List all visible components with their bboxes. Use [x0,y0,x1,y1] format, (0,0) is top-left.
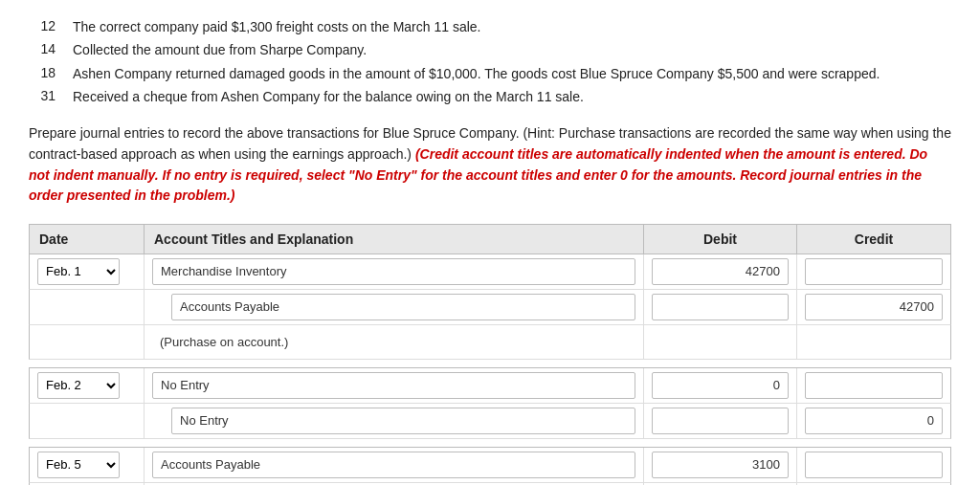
debit-cell-note-1 [644,325,797,359]
journal-row-feb5-1: Feb. 1 Feb. 2 Feb. 5 Feb. 11 Feb. 12 Feb… [29,447,951,483]
journal-row-feb2-2 [29,404,951,439]
journal-table: Date Account Titles and Explanation Debi… [29,224,951,485]
journal-row-feb2-1: Feb. 1 Feb. 2 Feb. 5 Feb. 11 Feb. 12 Feb… [29,367,951,404]
credit-cell-feb2-2 [797,404,950,438]
page: 12 The correct company paid $1,300 freig… [0,0,980,485]
account-cell-noentry-1 [145,368,644,403]
account-cell-ap [145,290,644,324]
transaction-text-14: Collected the amount due from Sharpe Com… [73,40,367,59]
credit-input-feb5-1[interactable] [805,452,943,478]
account-cell-merch-inv [145,254,644,289]
debit-input-feb2-2[interactable] [652,408,789,434]
journal-table-header: Date Account Titles and Explanation Debi… [29,224,951,254]
date-select-feb5[interactable]: Feb. 1 Feb. 2 Feb. 5 Feb. 11 Feb. 12 Feb… [37,452,120,478]
account-input-ap-1[interactable] [171,294,635,320]
debit-input-feb2-1[interactable] [652,372,789,399]
account-cell-noentry-2 [145,404,644,438]
credit-cell-feb1-1 [797,254,950,289]
date-cell-feb1-note [30,325,145,359]
transaction-item-14: 14 Collected the amount due from Sharpe … [29,40,951,59]
transaction-num-18: 18 [29,64,56,80]
transaction-text-12: The correct company paid $1,300 freight … [73,17,480,36]
credit-input-feb1-2[interactable] [805,294,943,320]
account-input-noentry-1[interactable] [152,372,635,399]
journal-row-feb1-2 [29,290,951,325]
date-select-feb1[interactable]: Feb. 1 Feb. 2 Feb. 5 Feb. 11 Feb. 12 Feb… [37,258,120,285]
debit-cell-feb1-1 [644,254,797,289]
debit-cell-feb5-1 [644,448,797,482]
date-cell-feb1: Feb. 1 Feb. 2 Feb. 5 Feb. 11 Feb. 12 Feb… [30,254,145,289]
date-select-feb2[interactable]: Feb. 1 Feb. 2 Feb. 5 Feb. 11 Feb. 12 Feb… [37,372,120,399]
transaction-item-18: 18 Ashen Company returned damaged goods … [29,64,951,83]
header-date: Date [30,225,145,254]
debit-cell-feb1-2 [644,290,797,324]
date-cell-feb1-2 [30,290,145,324]
transaction-text-18: Ashen Company returned damaged goods in … [73,64,880,83]
account-cell-note-1: (Purchase on account.) [145,325,644,359]
account-input-noentry-2[interactable] [171,408,635,434]
credit-cell-note-1 [797,325,950,359]
credit-cell-feb5-1 [797,448,950,482]
transaction-item-31: 31 Received a cheque from Ashen Company … [29,87,951,106]
account-input-ap-feb5[interactable] [152,452,635,478]
transaction-text-31: Received a cheque from Ashen Company for… [73,87,584,106]
transaction-item-12: 12 The correct company paid $1,300 freig… [29,17,951,36]
transaction-num-31: 31 [29,87,56,103]
debit-cell-feb2-2 [644,404,797,438]
transaction-num-14: 14 [29,40,56,56]
journal-row-feb1-1: Feb. 1 Feb. 2 Feb. 5 Feb. 11 Feb. 12 Feb… [29,254,951,290]
debit-input-feb5-1[interactable] [652,452,789,478]
credit-input-feb2-1[interactable] [805,372,943,399]
credit-input-feb2-2[interactable] [805,408,943,434]
instructions: Prepare journal entries to record the ab… [29,123,951,207]
date-cell-feb2-2 [30,404,145,438]
date-cell-feb5: Feb. 1 Feb. 2 Feb. 5 Feb. 11 Feb. 12 Feb… [30,448,145,482]
debit-cell-feb2-1 [644,368,797,403]
credit-cell-feb1-2 [797,290,950,324]
transaction-num-12: 12 [29,17,56,33]
date-cell-feb2: Feb. 1 Feb. 2 Feb. 5 Feb. 11 Feb. 12 Feb… [30,368,145,403]
header-credit: Credit [797,225,950,254]
account-input-merch-inv[interactable] [152,258,635,285]
journal-row-feb1-note: (Purchase on account.) [29,325,951,360]
header-account: Account Titles and Explanation [145,225,644,254]
note-purchase-on-account: (Purchase on account.) [152,335,288,349]
debit-input-feb1-2[interactable] [652,294,789,320]
header-debit: Debit [644,225,797,254]
account-cell-ap-feb5 [145,448,644,482]
credit-input-feb1-1[interactable] [805,258,943,285]
credit-cell-feb2-1 [797,368,950,403]
debit-input-feb1-1[interactable] [652,258,789,285]
transactions-list: 12 The correct company paid $1,300 freig… [29,17,951,106]
